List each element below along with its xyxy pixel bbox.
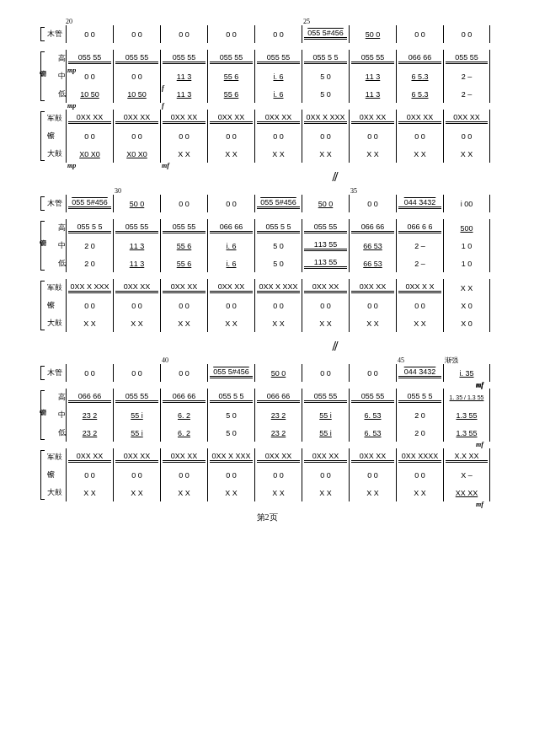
part-label: 高 (42, 53, 66, 64)
part-label: 木管 (42, 29, 66, 40)
part-label: 中 (42, 410, 66, 421)
woodwind-group: 40 45 渐强 木管 0 0 0 0 0 0 055 5#456 50 0 0… (42, 364, 492, 382)
bar-number: 20 (66, 18, 72, 25)
measures: 0XX XX 0XX XX 0XX XX 0XX XX 0XX XX 0XX X… (66, 110, 490, 127)
measures: 055 5#456 50 0 0 0 0 0 055 5#456 50 0 0 … (66, 195, 490, 212)
part-label: 军鼓 (42, 452, 66, 463)
dynamic: f (162, 102, 164, 110)
perc-group: 军鼓 0XX XX 0XX XX 0XX XX 0XX X XXX 0XX XX… (42, 448, 492, 501)
staff-cymbal: 镲 0 0 0 0 0 0 0 0 0 0 0 0 0 0 0 0 0 0 (42, 127, 492, 145)
measures: X X X X X X X X X X X X X X X X X 0 (66, 314, 490, 332)
staff-bassdrum: 大鼓 X X X X X X X X X X X X X X X X XX XX… (42, 484, 492, 501)
staff-snare: 军鼓 0XX XX 0XX XX 0XX XX 0XX XX 0XX XX 0X… (42, 110, 492, 127)
page-number: 第2页 (42, 512, 492, 523)
measures: 23 2 55 i 6. 2 5 0 23 2 55 i 6. 53 2 0 1… (66, 424, 490, 442)
part-label: 中 (42, 71, 66, 82)
staff-brass-low: 低 2 0 11 3 55 6 i. 6 5 0 113 55 66 53 2 … (42, 255, 492, 272)
bar-number: 30 (115, 187, 121, 195)
part-label: 木管 (42, 198, 66, 209)
staff-woodwind: 20 25 木管 0 0 0 0 0 0 0 0 0 0 055 5#456 5… (42, 25, 492, 43)
system-1: 20 25 木管 0 0 0 0 0 0 0 0 0 0 055 5#456 5… (42, 25, 492, 185)
staff-brass-low: 低 23 2 55 i 6. 2 5 0 23 2 55 i 6. 53 2 0… (42, 424, 492, 442)
brass-group: 铜管 高 055 5 5 055 55 055 55 066 66 055 5 … (42, 219, 492, 272)
dynamic: mp (67, 102, 76, 110)
part-label: 高 (42, 392, 66, 403)
measures: 0 0 0 0 11 3 55 6 i. 6 5 0 11 3 6 5.3 2 … (66, 67, 490, 85)
staff-brass-low: 低 mp 10 50 10 50 11 3 55 6 i. 6 5 0 11 3… (42, 85, 492, 103)
measures: 066 66 055 55 066 66 055 5 5 066 66 055 … (66, 389, 490, 406)
part-label: 镲 (42, 131, 66, 142)
staff-brass-high: 高 066 66 055 55 066 66 055 5 5 066 66 05… (42, 389, 492, 406)
measures: 0XX XX 0XX XX 0XX XX 0XX X XXX 0XX XX 0X… (66, 448, 490, 466)
staff-brass-high: 高 mp 055 55 055 55 055 55 055 55 055 55 … (42, 50, 492, 67)
dynamic: mp (67, 162, 76, 169)
staff-bassdrum: 大鼓 X X X X X X X X X X X X X X X X X 0 (42, 314, 492, 332)
part-label: 镲 (42, 300, 66, 311)
staff-brass-high: 高 055 5 5 055 55 055 55 066 66 055 5 5 0… (42, 219, 492, 237)
cresc-label: 渐强 (445, 356, 458, 365)
measures: 0 0 0 0 0 0 0 0 0 0 055 5#456 50 0 0 0 0… (66, 25, 490, 43)
perc-group: 军鼓 0XX XX 0XX XX 0XX XX 0XX XX 0XX XX 0X… (42, 110, 492, 163)
part-label: 大鼓 (42, 148, 66, 159)
woodwind-group: 30 35 木管 055 5#456 50 0 0 0 0 0 055 5#45… (42, 195, 492, 212)
part-label: 中 (42, 240, 66, 251)
staff-cymbal: 镲 0 0 0 0 0 0 0 0 0 0 0 0 0 0 0 0 X – (42, 466, 492, 484)
part-label: 高 (42, 223, 66, 233)
staff-brass-mid: 中 0 0 0 0 11 3 55 6 i. 6 5 0 11 3 6 5.3 … (42, 67, 492, 85)
system-break-icon: // (177, 339, 492, 354)
measures: X0 X0 X0 X0 X X X X X X X X X X X X X X (66, 145, 490, 163)
part-label: 镲 (42, 469, 66, 480)
system-break-icon: // (177, 169, 492, 185)
dynamic: mf (476, 501, 483, 508)
brass-group: 铜管 高 mp 055 55 055 55 055 55 055 55 055 … (42, 50, 492, 103)
part-label: 军鼓 (42, 282, 66, 293)
measures: X X X X X X X X X X X X X X X X XX XX (66, 484, 490, 501)
measures: 0 0 0 0 0 0 055 5#456 50 0 0 0 0 0 044 3… (66, 364, 490, 382)
staff-brass-mid: 中 23 2 55 i 6. 2 5 0 23 2 55 i 6. 53 2 0… (42, 406, 492, 424)
staff-woodwind: 30 35 木管 055 5#456 50 0 0 0 0 0 055 5#45… (42, 195, 492, 212)
perc-group: 军鼓 0XX X XXX 0XX XX 0XX XX 0XX XX 0XX X … (42, 279, 492, 332)
measures: 10 50 10 50 11 3 55 6 i. 6 5 0 11 3 6 5.… (66, 85, 490, 103)
staff-snare: 军鼓 0XX X XXX 0XX XX 0XX XX 0XX XX 0XX X … (42, 279, 492, 297)
dynamic: mf (162, 162, 169, 169)
measures: 2 0 11 3 55 6 i. 6 5 0 113 55 66 53 2 – … (66, 237, 490, 255)
measures: 0 0 0 0 0 0 0 0 0 0 0 0 0 0 0 0 X – (66, 466, 490, 484)
measures: 0 0 0 0 0 0 0 0 0 0 0 0 0 0 0 0 0 0 (66, 127, 490, 145)
part-label: 大鼓 (42, 318, 66, 329)
measures: 23 2 55 i 6. 2 5 0 23 2 55 i 6. 53 2 0 1… (66, 406, 490, 424)
part-label: 低 (42, 258, 66, 269)
measures: 0 0 0 0 0 0 0 0 0 0 0 0 0 0 0 0 X 0 (66, 297, 490, 314)
measures: 055 5 5 055 55 055 55 066 66 055 5 5 055… (66, 219, 490, 237)
bar-number: 25 (303, 18, 310, 25)
part-label: 低 (42, 88, 66, 99)
system-3: 40 45 渐强 木管 0 0 0 0 0 0 055 5#456 50 0 0… (42, 364, 492, 501)
measures: 055 55 055 55 055 55 055 55 055 55 055 5… (66, 50, 490, 67)
brass-group: 铜管 高 066 66 055 55 066 66 055 5 5 066 66… (42, 389, 492, 442)
dynamic: mf (476, 441, 483, 448)
measures: 0XX X XXX 0XX XX 0XX XX 0XX XX 0XX X XXX… (66, 279, 490, 297)
bar-number: 35 (350, 187, 357, 195)
staff-cymbal: 镲 0 0 0 0 0 0 0 0 0 0 0 0 0 0 0 0 X 0 (42, 297, 492, 314)
bar-number: 45 (398, 357, 404, 364)
staff-snare: 军鼓 0XX XX 0XX XX 0XX XX 0XX X XXX 0XX XX… (42, 448, 492, 466)
part-label: 低 (42, 427, 66, 438)
part-label: 木管 (42, 367, 66, 378)
bar-number: 40 (162, 357, 168, 364)
measures: 2 0 11 3 55 6 i. 6 5 0 113 55 66 53 2 – … (66, 255, 490, 272)
system-2: 30 35 木管 055 5#456 50 0 0 0 0 0 055 5#45… (42, 195, 492, 354)
staff-bassdrum: 大鼓 mp X0 X0 X0 X0 X X X X X X X X X X X … (42, 145, 492, 163)
part-label: 大鼓 (42, 487, 66, 498)
part-label: 军鼓 (42, 113, 66, 124)
staff-woodwind: 40 45 渐强 木管 0 0 0 0 0 0 055 5#456 50 0 0… (42, 364, 492, 382)
staff-brass-mid: 中 2 0 11 3 55 6 i. 6 5 0 113 55 66 53 2 … (42, 237, 492, 255)
woodwind-group: 20 25 木管 0 0 0 0 0 0 0 0 0 0 055 5#456 5… (42, 25, 492, 43)
